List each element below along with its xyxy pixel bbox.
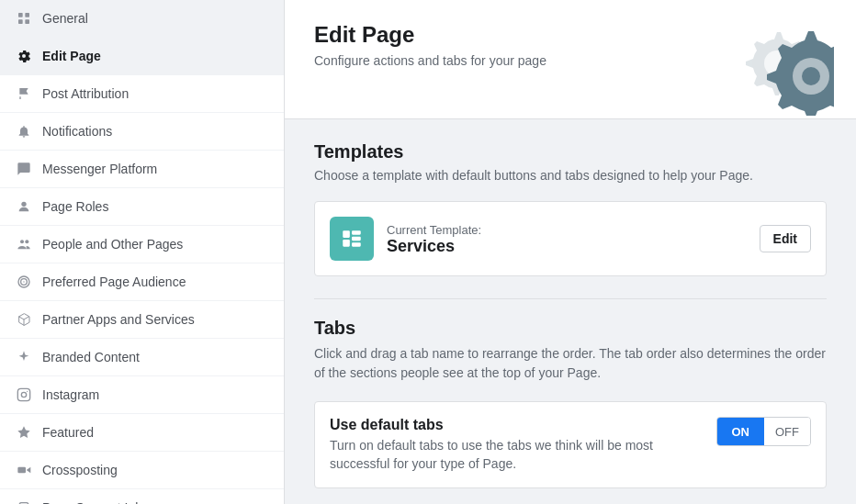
page-title: Edit Page [314, 22, 546, 48]
svg-rect-22 [352, 230, 361, 234]
toggle-on-option[interactable]: ON [717, 418, 765, 445]
tabs-description: Click and drag a tab name to rearrange t… [314, 344, 827, 383]
template-icon [330, 217, 374, 261]
inbox-icon [15, 498, 33, 504]
sidebar-item-instagram[interactable]: Instagram [0, 376, 284, 414]
svg-point-19 [802, 67, 820, 85]
template-card-left: Current Template: Services [330, 217, 481, 261]
star-icon [15, 423, 33, 442]
svg-point-5 [20, 240, 24, 243]
current-template-label: Current Template: [387, 223, 481, 237]
sidebar-item-label-notifications: Notifications [42, 124, 112, 139]
sidebar-item-label-edit-page: Edit Page [42, 49, 101, 63]
target-icon [15, 273, 33, 291]
tabs-section: Tabs Click and drag a tab name to rearra… [314, 318, 827, 488]
sidebar-item-partner-apps-and-services[interactable]: Partner Apps and Services [0, 301, 284, 339]
svg-rect-11 [17, 388, 29, 400]
sidebar-item-people-and-other-pages[interactable]: People and Other Pages [0, 226, 284, 263]
header-text: Edit Page Configure actions and tabs for… [314, 22, 546, 68]
instagram-icon [15, 386, 33, 404]
svg-point-9 [23, 281, 24, 282]
templates-subtitle: Choose a template with default buttons a… [314, 168, 827, 183]
template-card: Current Template: Services Edit [314, 201, 827, 276]
use-default-tabs-description: Turn on default tabs to use the tabs we … [330, 437, 688, 473]
sidebar-item-page-support-inbox[interactable]: Page Support Inbox [0, 489, 284, 504]
template-info: Current Template: Services [387, 222, 481, 256]
sidebar-item-label-page-roles: Page Roles [42, 199, 108, 214]
chat-icon [15, 160, 33, 178]
svg-marker-16 [27, 467, 31, 474]
svg-rect-1 [25, 13, 29, 17]
svg-rect-15 [17, 467, 26, 474]
header-section: Edit Page Configure actions and tabs for… [285, 0, 856, 119]
svg-rect-0 [18, 13, 23, 17]
sidebar-item-label-people-and-other-pages: People and Other Pages [42, 237, 183, 252]
sidebar-item-general[interactable]: General [0, 0, 284, 38]
grid-icon [15, 9, 33, 28]
sidebar-item-notifications[interactable]: Notifications [0, 113, 284, 151]
svg-rect-20 [343, 230, 350, 238]
sidebar-item-label-messenger-platform: Messenger Platform [42, 162, 157, 176]
gear-svg [715, 15, 834, 116]
video-icon [15, 461, 33, 479]
sidebar-item-featured[interactable]: Featured [0, 414, 284, 452]
default-tabs-row: Use default tabs Turn on default tabs to… [314, 401, 827, 488]
default-tabs-text: Use default tabs Turn on default tabs to… [330, 417, 688, 473]
people-icon [15, 235, 33, 253]
sidebar-item-label-partner-apps-and-services: Partner Apps and Services [42, 312, 195, 327]
flag-icon [15, 84, 33, 103]
sidebar-item-label-instagram: Instagram [42, 387, 99, 402]
sidebar-item-label-page-support-inbox: Page Support Inbox [42, 500, 156, 504]
sidebar-item-label-branded-content: Branded Content [42, 350, 140, 364]
sidebar-item-edit-page[interactable]: Edit Page [0, 38, 284, 75]
page-subtitle: Configure actions and tabs for your page [314, 53, 546, 68]
tabs-title: Tabs [314, 318, 827, 339]
svg-rect-2 [18, 19, 23, 24]
sidebar-item-page-roles[interactable]: Page Roles [0, 188, 284, 226]
sidebar-item-label-general: General [42, 11, 88, 26]
template-edit-button[interactable]: Edit [760, 225, 811, 252]
sidebar-item-preferred-page-audience[interactable]: Preferred Page Audience [0, 263, 284, 301]
svg-point-4 [21, 202, 26, 207]
svg-point-6 [25, 240, 28, 243]
svg-rect-21 [343, 240, 350, 247]
bell-icon [15, 122, 33, 140]
svg-point-12 [21, 392, 26, 397]
main-content: Edit Page Configure actions and tabs for… [285, 0, 856, 504]
sidebar-item-messenger-platform[interactable]: Messenger Platform [0, 151, 284, 188]
content-area: Templates Choose a template with default… [285, 119, 856, 504]
gear-icon [15, 47, 33, 65]
svg-rect-3 [25, 19, 29, 24]
templates-title: Templates [314, 141, 827, 162]
svg-rect-24 [352, 242, 361, 246]
svg-point-13 [27, 391, 28, 392]
sidebar-item-label-featured: Featured [42, 425, 94, 440]
svg-marker-14 [17, 426, 29, 438]
sidebar-item-label-crossposting: Crossposting [42, 463, 118, 477]
use-default-tabs-label: Use default tabs [330, 417, 688, 433]
sidebar-item-label-preferred-page-audience: Preferred Page Audience [42, 274, 186, 289]
template-name: Services [387, 237, 481, 256]
sparkle-icon [15, 348, 33, 366]
toggle-off-option[interactable]: OFF [764, 418, 810, 445]
person-icon [15, 197, 33, 216]
sidebar-item-post-attribution[interactable]: Post Attribution [0, 75, 284, 113]
sidebar-item-branded-content[interactable]: Branded Content [0, 339, 284, 376]
sidebar-item-label-post-attribution: Post Attribution [42, 86, 129, 101]
svg-rect-23 [352, 237, 361, 241]
section-divider [314, 298, 827, 299]
sidebar: GeneralEdit PagePost AttributionNotifica… [0, 0, 285, 504]
gear-illustration [715, 15, 834, 118]
toggle-button[interactable]: ON OFF [716, 417, 812, 446]
cube-icon [15, 310, 33, 329]
sidebar-item-crossposting[interactable]: Crossposting [0, 452, 284, 489]
